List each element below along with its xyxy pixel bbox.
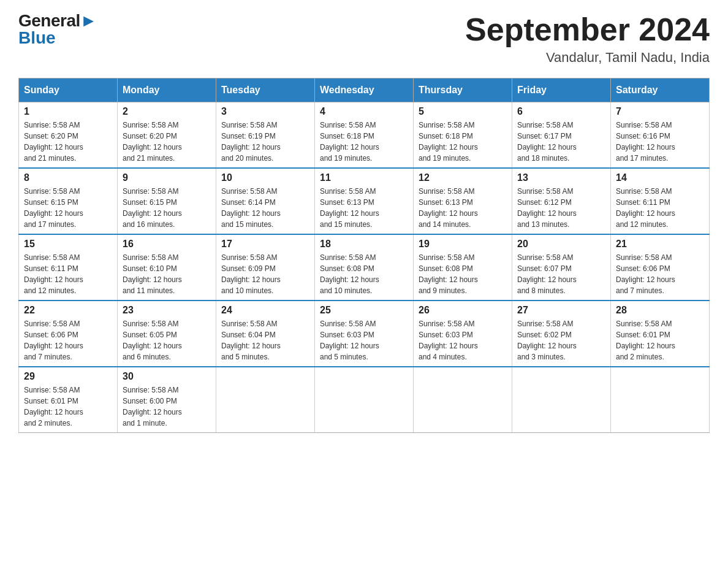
day-info: Sunrise: 5:58 AMSunset: 6:05 PMDaylight:… [123, 318, 211, 362]
day-number: 5 [419, 106, 507, 117]
day-number: 23 [123, 305, 211, 316]
calendar-cell: 6Sunrise: 5:58 AMSunset: 6:17 PMDaylight… [512, 102, 611, 169]
calendar-cell [216, 367, 315, 433]
day-number: 12 [419, 172, 507, 183]
calendar-cell: 30Sunrise: 5:58 AMSunset: 6:00 PMDayligh… [118, 367, 216, 433]
calendar-cell: 25Sunrise: 5:58 AMSunset: 6:03 PMDayligh… [315, 301, 414, 367]
calendar-cell [512, 367, 611, 433]
day-info: Sunrise: 5:58 AMSunset: 6:03 PMDaylight:… [419, 318, 507, 362]
logo-blue-text: Blue [18, 29, 56, 47]
day-number: 11 [320, 172, 408, 183]
day-number: 14 [616, 172, 704, 183]
day-number: 7 [616, 106, 704, 117]
calendar-cell: 9Sunrise: 5:58 AMSunset: 6:15 PMDaylight… [118, 168, 216, 234]
logo-general-text: General► [18, 12, 97, 29]
day-number: 17 [221, 239, 309, 250]
col-header-monday: Monday [118, 79, 216, 102]
calendar-week-row: 29Sunrise: 5:58 AMSunset: 6:01 PMDayligh… [19, 367, 710, 433]
day-info: Sunrise: 5:58 AMSunset: 6:20 PMDaylight:… [24, 120, 112, 164]
calendar-cell: 28Sunrise: 5:58 AMSunset: 6:01 PMDayligh… [611, 301, 710, 367]
title-block: September 2024 Vandalur, Tamil Nadu, Ind… [465, 12, 710, 66]
day-number: 24 [221, 305, 309, 316]
calendar-cell: 5Sunrise: 5:58 AMSunset: 6:18 PMDaylight… [414, 102, 512, 169]
day-number: 20 [517, 239, 605, 250]
calendar-cell: 16Sunrise: 5:58 AMSunset: 6:10 PMDayligh… [118, 234, 216, 301]
calendar-cell: 21Sunrise: 5:58 AMSunset: 6:06 PMDayligh… [611, 234, 710, 301]
day-number: 30 [123, 371, 211, 382]
day-number: 10 [221, 172, 309, 183]
day-info: Sunrise: 5:58 AMSunset: 6:13 PMDaylight:… [320, 186, 408, 230]
calendar-table: SundayMondayTuesdayWednesdayThursdayFrid… [18, 78, 710, 433]
calendar-cell: 14Sunrise: 5:58 AMSunset: 6:11 PMDayligh… [611, 168, 710, 234]
day-number: 18 [320, 239, 408, 250]
calendar-cell: 29Sunrise: 5:58 AMSunset: 6:01 PMDayligh… [19, 367, 118, 433]
day-info: Sunrise: 5:58 AMSunset: 6:06 PMDaylight:… [24, 318, 112, 362]
day-number: 29 [24, 371, 112, 382]
day-info: Sunrise: 5:58 AMSunset: 6:09 PMDaylight:… [221, 252, 309, 296]
calendar-week-row: 22Sunrise: 5:58 AMSunset: 6:06 PMDayligh… [19, 301, 710, 367]
day-info: Sunrise: 5:58 AMSunset: 6:13 PMDaylight:… [419, 186, 507, 230]
day-info: Sunrise: 5:58 AMSunset: 6:02 PMDaylight:… [517, 318, 605, 362]
day-number: 22 [24, 305, 112, 316]
calendar-cell: 17Sunrise: 5:58 AMSunset: 6:09 PMDayligh… [216, 234, 315, 301]
day-info: Sunrise: 5:58 AMSunset: 6:15 PMDaylight:… [24, 186, 112, 230]
day-number: 4 [320, 106, 408, 117]
day-info: Sunrise: 5:58 AMSunset: 6:20 PMDaylight:… [123, 120, 211, 164]
calendar-week-row: 1Sunrise: 5:58 AMSunset: 6:20 PMDaylight… [19, 102, 710, 169]
day-info: Sunrise: 5:58 AMSunset: 6:04 PMDaylight:… [221, 318, 309, 362]
calendar-cell: 24Sunrise: 5:58 AMSunset: 6:04 PMDayligh… [216, 301, 315, 367]
calendar-cell [611, 367, 710, 433]
calendar-cell: 22Sunrise: 5:58 AMSunset: 6:06 PMDayligh… [19, 301, 118, 367]
day-number: 27 [517, 305, 605, 316]
logo: General► Blue [18, 12, 97, 47]
calendar-cell: 12Sunrise: 5:58 AMSunset: 6:13 PMDayligh… [414, 168, 512, 234]
calendar-cell: 23Sunrise: 5:58 AMSunset: 6:05 PMDayligh… [118, 301, 216, 367]
calendar-cell: 10Sunrise: 5:58 AMSunset: 6:14 PMDayligh… [216, 168, 315, 234]
day-info: Sunrise: 5:58 AMSunset: 6:08 PMDaylight:… [320, 252, 408, 296]
day-number: 21 [616, 239, 704, 250]
day-info: Sunrise: 5:58 AMSunset: 6:16 PMDaylight:… [616, 120, 704, 164]
page-header: General► Blue September 2024 Vandalur, T… [18, 12, 710, 66]
calendar-cell: 11Sunrise: 5:58 AMSunset: 6:13 PMDayligh… [315, 168, 414, 234]
day-info: Sunrise: 5:58 AMSunset: 6:06 PMDaylight:… [616, 252, 704, 296]
calendar-cell: 18Sunrise: 5:58 AMSunset: 6:08 PMDayligh… [315, 234, 414, 301]
calendar-cell [315, 367, 414, 433]
calendar-cell: 8Sunrise: 5:58 AMSunset: 6:15 PMDaylight… [19, 168, 118, 234]
day-info: Sunrise: 5:58 AMSunset: 6:17 PMDaylight:… [517, 120, 605, 164]
day-number: 8 [24, 172, 112, 183]
calendar-cell: 27Sunrise: 5:58 AMSunset: 6:02 PMDayligh… [512, 301, 611, 367]
day-info: Sunrise: 5:58 AMSunset: 6:08 PMDaylight:… [419, 252, 507, 296]
day-info: Sunrise: 5:58 AMSunset: 6:01 PMDaylight:… [616, 318, 704, 362]
day-info: Sunrise: 5:58 AMSunset: 6:11 PMDaylight:… [24, 252, 112, 296]
calendar-cell: 13Sunrise: 5:58 AMSunset: 6:12 PMDayligh… [512, 168, 611, 234]
col-header-thursday: Thursday [414, 79, 512, 102]
day-info: Sunrise: 5:58 AMSunset: 6:11 PMDaylight:… [616, 186, 704, 230]
day-info: Sunrise: 5:58 AMSunset: 6:19 PMDaylight:… [221, 120, 309, 164]
day-number: 25 [320, 305, 408, 316]
day-number: 1 [24, 106, 112, 117]
calendar-week-row: 8Sunrise: 5:58 AMSunset: 6:15 PMDaylight… [19, 168, 710, 234]
col-header-friday: Friday [512, 79, 611, 102]
calendar-cell: 3Sunrise: 5:58 AMSunset: 6:19 PMDaylight… [216, 102, 315, 169]
day-info: Sunrise: 5:58 AMSunset: 6:18 PMDaylight:… [419, 120, 507, 164]
calendar-cell: 15Sunrise: 5:58 AMSunset: 6:11 PMDayligh… [19, 234, 118, 301]
day-number: 28 [616, 305, 704, 316]
day-info: Sunrise: 5:58 AMSunset: 6:14 PMDaylight:… [221, 186, 309, 230]
day-number: 6 [517, 106, 605, 117]
col-header-tuesday: Tuesday [216, 79, 315, 102]
calendar-cell: 2Sunrise: 5:58 AMSunset: 6:20 PMDaylight… [118, 102, 216, 169]
day-info: Sunrise: 5:58 AMSunset: 6:10 PMDaylight:… [123, 252, 211, 296]
calendar-cell: 1Sunrise: 5:58 AMSunset: 6:20 PMDaylight… [19, 102, 118, 169]
calendar-week-row: 15Sunrise: 5:58 AMSunset: 6:11 PMDayligh… [19, 234, 710, 301]
calendar-header-row: SundayMondayTuesdayWednesdayThursdayFrid… [19, 79, 710, 102]
day-info: Sunrise: 5:58 AMSunset: 6:07 PMDaylight:… [517, 252, 605, 296]
col-header-wednesday: Wednesday [315, 79, 414, 102]
calendar-subtitle: Vandalur, Tamil Nadu, India [465, 50, 710, 66]
calendar-cell: 7Sunrise: 5:58 AMSunset: 6:16 PMDaylight… [611, 102, 710, 169]
col-header-saturday: Saturday [611, 79, 710, 102]
calendar-cell: 4Sunrise: 5:58 AMSunset: 6:18 PMDaylight… [315, 102, 414, 169]
day-number: 26 [419, 305, 507, 316]
day-info: Sunrise: 5:58 AMSunset: 6:12 PMDaylight:… [517, 186, 605, 230]
day-number: 16 [123, 239, 211, 250]
day-info: Sunrise: 5:58 AMSunset: 6:01 PMDaylight:… [24, 385, 112, 429]
